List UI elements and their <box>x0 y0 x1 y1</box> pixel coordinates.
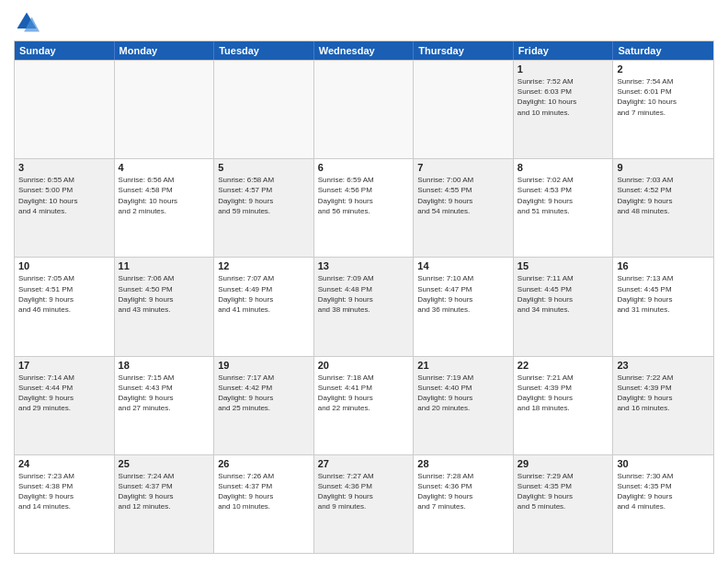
calendar-row: 17Sunrise: 7:14 AM Sunset: 4:44 PM Dayli… <box>15 356 713 454</box>
calendar-cell: 20Sunrise: 7:18 AM Sunset: 4:41 PM Dayli… <box>314 357 415 454</box>
calendar-header-cell: Friday <box>514 41 614 60</box>
day-info: Sunrise: 7:03 AM Sunset: 4:52 PM Dayligh… <box>617 175 710 216</box>
day-number: 14 <box>417 260 509 271</box>
calendar-cell <box>314 61 415 158</box>
calendar-header-cell: Sunday <box>15 41 115 60</box>
day-number: 11 <box>119 260 210 271</box>
calendar-cell: 19Sunrise: 7:17 AM Sunset: 4:42 PM Dayli… <box>214 357 314 454</box>
calendar-row: 24Sunrise: 7:23 AM Sunset: 4:38 PM Dayli… <box>15 454 713 553</box>
day-number: 26 <box>218 458 310 469</box>
calendar-header-cell: Saturday <box>613 41 713 60</box>
day-number: 2 <box>617 63 710 75</box>
day-number: 3 <box>18 162 110 173</box>
calendar-header-cell: Tuesday <box>214 41 314 60</box>
calendar-cell: 26Sunrise: 7:26 AM Sunset: 4:37 PM Dayli… <box>214 455 314 553</box>
calendar-header-cell: Thursday <box>414 41 514 60</box>
day-info: Sunrise: 6:58 AM Sunset: 4:57 PM Dayligh… <box>218 175 310 216</box>
calendar-cell: 11Sunrise: 7:06 AM Sunset: 4:50 PM Dayli… <box>115 258 215 355</box>
calendar-body: 1Sunrise: 7:52 AM Sunset: 6:03 PM Daylig… <box>15 60 713 553</box>
day-info: Sunrise: 7:29 AM Sunset: 4:35 PM Dayligh… <box>518 471 609 512</box>
day-number: 20 <box>318 360 410 371</box>
day-number: 7 <box>417 162 509 173</box>
day-info: Sunrise: 7:17 AM Sunset: 4:42 PM Dayligh… <box>218 373 310 414</box>
calendar-cell: 14Sunrise: 7:10 AM Sunset: 4:47 PM Dayli… <box>414 258 514 355</box>
calendar-cell <box>214 61 314 158</box>
day-number: 29 <box>518 458 609 469</box>
day-info: Sunrise: 7:07 AM Sunset: 4:49 PM Dayligh… <box>218 273 310 315</box>
day-info: Sunrise: 7:09 AM Sunset: 4:48 PM Dayligh… <box>318 273 410 315</box>
day-info: Sunrise: 7:52 AM Sunset: 6:03 PM Dayligh… <box>518 76 609 118</box>
logo <box>14 9 43 35</box>
day-number: 23 <box>617 360 710 371</box>
calendar-cell: 15Sunrise: 7:11 AM Sunset: 4:45 PM Dayli… <box>514 258 614 355</box>
calendar-cell: 18Sunrise: 7:15 AM Sunset: 4:43 PM Dayli… <box>115 357 215 454</box>
logo-icon <box>14 9 40 35</box>
day-info: Sunrise: 7:00 AM Sunset: 4:55 PM Dayligh… <box>417 175 509 216</box>
day-info: Sunrise: 6:59 AM Sunset: 4:56 PM Dayligh… <box>318 175 410 216</box>
day-info: Sunrise: 7:28 AM Sunset: 4:36 PM Dayligh… <box>417 471 509 512</box>
day-number: 5 <box>218 162 310 173</box>
day-number: 16 <box>617 260 710 271</box>
day-number: 27 <box>318 458 410 469</box>
day-number: 21 <box>417 360 509 371</box>
day-number: 28 <box>417 458 509 469</box>
calendar-cell <box>15 61 115 158</box>
calendar-header-cell: Monday <box>115 41 215 60</box>
calendar-cell: 7Sunrise: 7:00 AM Sunset: 4:55 PM Daylig… <box>414 159 514 257</box>
calendar-cell: 30Sunrise: 7:30 AM Sunset: 4:35 PM Dayli… <box>613 455 713 553</box>
calendar-row: 3Sunrise: 6:55 AM Sunset: 5:00 PM Daylig… <box>15 158 713 257</box>
day-info: Sunrise: 7:18 AM Sunset: 4:41 PM Dayligh… <box>318 373 410 414</box>
day-info: Sunrise: 6:55 AM Sunset: 5:00 PM Dayligh… <box>18 175 110 216</box>
day-number: 10 <box>18 260 110 271</box>
day-info: Sunrise: 6:56 AM Sunset: 4:58 PM Dayligh… <box>119 175 210 216</box>
calendar-row: 10Sunrise: 7:05 AM Sunset: 4:51 PM Dayli… <box>15 257 713 355</box>
calendar-cell <box>414 61 514 158</box>
day-info: Sunrise: 7:06 AM Sunset: 4:50 PM Dayligh… <box>119 273 210 315</box>
calendar-cell: 10Sunrise: 7:05 AM Sunset: 4:51 PM Dayli… <box>15 258 115 355</box>
calendar-cell: 5Sunrise: 6:58 AM Sunset: 4:57 PM Daylig… <box>214 159 314 257</box>
day-info: Sunrise: 7:02 AM Sunset: 4:53 PM Dayligh… <box>518 175 609 216</box>
calendar-cell: 23Sunrise: 7:22 AM Sunset: 4:39 PM Dayli… <box>613 357 713 454</box>
day-info: Sunrise: 7:15 AM Sunset: 4:43 PM Dayligh… <box>119 373 210 414</box>
calendar-cell: 13Sunrise: 7:09 AM Sunset: 4:48 PM Dayli… <box>314 258 415 355</box>
calendar-cell: 17Sunrise: 7:14 AM Sunset: 4:44 PM Dayli… <box>15 357 115 454</box>
day-number: 19 <box>218 360 310 371</box>
calendar-cell: 25Sunrise: 7:24 AM Sunset: 4:37 PM Dayli… <box>115 455 215 553</box>
calendar-cell: 1Sunrise: 7:52 AM Sunset: 6:03 PM Daylig… <box>514 61 614 158</box>
page: SundayMondayTuesdayWednesdayThursdayFrid… <box>0 0 728 563</box>
day-number: 1 <box>518 63 609 75</box>
day-info: Sunrise: 7:05 AM Sunset: 4:51 PM Dayligh… <box>18 273 110 315</box>
calendar-cell: 9Sunrise: 7:03 AM Sunset: 4:52 PM Daylig… <box>613 159 713 257</box>
day-info: Sunrise: 7:54 AM Sunset: 6:01 PM Dayligh… <box>617 76 710 118</box>
day-number: 24 <box>18 458 110 469</box>
day-info: Sunrise: 7:26 AM Sunset: 4:37 PM Dayligh… <box>218 471 310 512</box>
calendar-cell <box>115 61 215 158</box>
calendar-cell: 21Sunrise: 7:19 AM Sunset: 4:40 PM Dayli… <box>414 357 514 454</box>
calendar-cell: 3Sunrise: 6:55 AM Sunset: 5:00 PM Daylig… <box>15 159 115 257</box>
day-number: 22 <box>518 360 609 371</box>
day-number: 9 <box>617 162 710 173</box>
calendar-cell: 22Sunrise: 7:21 AM Sunset: 4:39 PM Dayli… <box>514 357 614 454</box>
calendar-cell: 24Sunrise: 7:23 AM Sunset: 4:38 PM Dayli… <box>15 455 115 553</box>
calendar-cell: 28Sunrise: 7:28 AM Sunset: 4:36 PM Dayli… <box>414 455 514 553</box>
day-info: Sunrise: 7:19 AM Sunset: 4:40 PM Dayligh… <box>417 373 509 414</box>
calendar-cell: 4Sunrise: 6:56 AM Sunset: 4:58 PM Daylig… <box>115 159 215 257</box>
calendar-cell: 12Sunrise: 7:07 AM Sunset: 4:49 PM Dayli… <box>214 258 314 355</box>
day-number: 13 <box>318 260 410 271</box>
day-info: Sunrise: 7:30 AM Sunset: 4:35 PM Dayligh… <box>617 471 710 512</box>
calendar-cell: 27Sunrise: 7:27 AM Sunset: 4:36 PM Dayli… <box>314 455 415 553</box>
calendar-cell: 2Sunrise: 7:54 AM Sunset: 6:01 PM Daylig… <box>613 61 713 158</box>
day-number: 4 <box>119 162 210 173</box>
calendar: SundayMondayTuesdayWednesdayThursdayFrid… <box>14 40 714 554</box>
day-info: Sunrise: 7:21 AM Sunset: 4:39 PM Dayligh… <box>518 373 609 414</box>
day-info: Sunrise: 7:10 AM Sunset: 4:47 PM Dayligh… <box>417 273 509 315</box>
calendar-cell: 6Sunrise: 6:59 AM Sunset: 4:56 PM Daylig… <box>314 159 415 257</box>
day-number: 12 <box>218 260 310 271</box>
day-number: 17 <box>18 360 110 371</box>
day-number: 15 <box>518 260 609 271</box>
calendar-cell: 29Sunrise: 7:29 AM Sunset: 4:35 PM Dayli… <box>514 455 614 553</box>
calendar-header: SundayMondayTuesdayWednesdayThursdayFrid… <box>15 41 713 60</box>
day-info: Sunrise: 7:24 AM Sunset: 4:37 PM Dayligh… <box>119 471 210 512</box>
calendar-row: 1Sunrise: 7:52 AM Sunset: 6:03 PM Daylig… <box>15 60 713 158</box>
day-info: Sunrise: 7:22 AM Sunset: 4:39 PM Dayligh… <box>617 373 710 414</box>
